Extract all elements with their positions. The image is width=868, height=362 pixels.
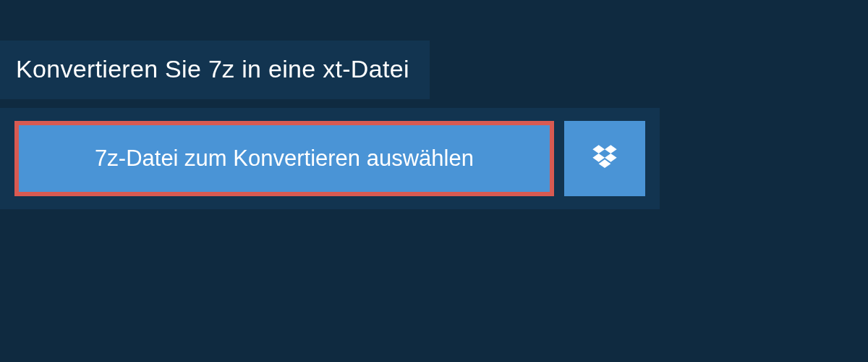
select-file-button[interactable]: 7z-Datei zum Konvertieren auswählen bbox=[14, 121, 554, 196]
dropbox-icon bbox=[590, 143, 619, 174]
select-file-button-label: 7z-Datei zum Konvertieren auswählen bbox=[95, 146, 474, 172]
dropbox-button[interactable] bbox=[564, 121, 645, 196]
page-header: Konvertieren Sie 7z in eine xt-Datei bbox=[0, 41, 430, 99]
upload-panel: 7z-Datei zum Konvertieren auswählen bbox=[0, 108, 660, 209]
page-title: Konvertieren Sie 7z in eine xt-Datei bbox=[16, 55, 409, 83]
